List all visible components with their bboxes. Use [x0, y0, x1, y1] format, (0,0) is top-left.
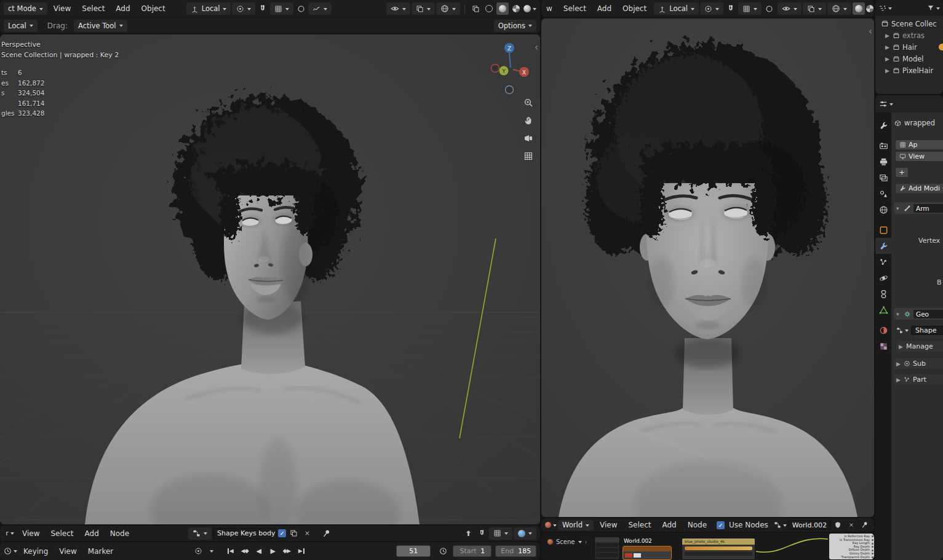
shading-solid-button[interactable]	[853, 2, 865, 15]
menu-add[interactable]: Add	[592, 4, 616, 13]
pan-hand-icon[interactable]	[520, 112, 536, 128]
tab-physics[interactable]	[875, 270, 891, 286]
outliner-item-extras[interactable]: ▶extras	[875, 30, 943, 41]
next-keyframe-button[interactable]: ▶	[281, 546, 293, 557]
shading-solid-button[interactable]	[496, 2, 509, 15]
auto-keyframe-toggle[interactable]	[192, 545, 204, 558]
outliner-filter-dropdown[interactable]	[927, 2, 940, 14]
jump-to-start-button[interactable]: ◀	[224, 546, 237, 557]
menu-select[interactable]: Select	[77, 4, 109, 13]
browse-world-dropdown[interactable]	[774, 519, 787, 531]
proportional-editing-toggle[interactable]	[295, 2, 307, 15]
tab-modifiers[interactable]	[875, 238, 891, 254]
frame-start-field[interactable]: Start1	[453, 545, 491, 557]
jump-to-end-button[interactable]: ▶	[295, 546, 308, 557]
xray-toggle[interactable]	[469, 2, 482, 15]
viewport-gizmos-dropdown[interactable]	[827, 2, 851, 15]
outliner-display-dropdown[interactable]	[878, 2, 892, 14]
node-snapping-dropdown[interactable]	[489, 527, 512, 540]
tab-constraints[interactable]	[875, 286, 891, 302]
left-3d-viewport[interactable]: Perspective Scene Collection | wrapped :…	[0, 34, 540, 524]
properties-editor-type-dropdown[interactable]	[879, 98, 893, 110]
tab-output[interactable]	[875, 154, 891, 170]
apply-button[interactable]: Ap	[895, 140, 943, 150]
editor-type-dropdown[interactable]: r	[4, 527, 16, 540]
fake-user-shield-button[interactable]	[832, 519, 844, 531]
menu-marker[interactable]: Marker	[83, 547, 118, 556]
tab-tool[interactable]	[875, 117, 891, 133]
view-button[interactable]: View	[895, 151, 943, 162]
current-frame-field[interactable]: 51	[396, 545, 431, 557]
pivot-point-dropdown[interactable]	[700, 2, 723, 15]
fake-user-toggle[interactable]: ✓	[278, 529, 286, 537]
falloff-dropdown[interactable]	[308, 2, 332, 15]
manage-subpanel[interactable]: ▶Manage	[896, 341, 943, 352]
color-swatch[interactable]	[625, 553, 632, 558]
show-gizmo-dropdown[interactable]	[778, 2, 802, 15]
node-editor-canvas[interactable]: Scene › World.002 blue_photo_studio_4k I…	[541, 533, 874, 560]
node-group-dropdown[interactable]	[896, 325, 909, 335]
particle-system-panel[interactable]: ▶Part	[894, 374, 943, 385]
shading-material-button[interactable]	[510, 2, 522, 15]
datablock-name-field[interactable]: Shape Keys body	[213, 528, 277, 539]
object-mode-dropdown[interactable]: ct Mode	[4, 2, 47, 15]
subdivision-modifier-panel[interactable]: ▶Sub	[894, 358, 943, 369]
collapse-arrow[interactable]: ‹	[869, 27, 872, 36]
menu-view[interactable]: View	[54, 547, 81, 556]
menu-view-cut[interactable]: w	[545, 4, 557, 13]
light-path-node[interactable]: Is Reflection Ray Is Transmission Ray Ra…	[829, 534, 874, 559]
pin-toggle[interactable]	[320, 527, 333, 540]
menu-object[interactable]: Object	[137, 4, 170, 13]
pin-toggle[interactable]	[859, 519, 871, 531]
menu-select[interactable]: Select	[559, 4, 591, 13]
ortho-grid-icon[interactable]	[520, 148, 536, 164]
menu-node[interactable]: Node	[105, 529, 134, 538]
play-button[interactable]: ▶	[266, 546, 279, 557]
tool-orientation-dropdown[interactable]: Local	[4, 20, 38, 32]
camera-view-icon[interactable]	[520, 130, 536, 146]
shader-mode-dropdown[interactable]: World	[558, 520, 594, 530]
use-nodes-checkbox[interactable]: ✓	[717, 521, 725, 529]
snapping-dropdown[interactable]	[738, 2, 762, 15]
show-gizmo-dropdown[interactable]	[386, 2, 410, 15]
tab-render[interactable]	[875, 138, 891, 154]
menu-select[interactable]: Select	[46, 529, 78, 538]
tab-view-layer[interactable]	[875, 170, 891, 186]
outliner-scene-collection[interactable]: Scene Collec	[875, 18, 943, 30]
menu-select[interactable]: Select	[623, 521, 656, 529]
menu-view[interactable]: View	[49, 4, 76, 13]
mini-node[interactable]	[594, 537, 620, 560]
zoom-icon[interactable]	[520, 95, 536, 111]
shading-rendered-button[interactable]	[523, 2, 536, 15]
frame-end-field[interactable]: End185	[495, 545, 536, 557]
object-breadcrumb[interactable]: wrapped	[894, 119, 935, 127]
timeline-editor-type-dropdown[interactable]	[4, 545, 17, 558]
menu-add[interactable]: Add	[657, 521, 681, 529]
keying-set-dropdown[interactable]	[205, 545, 218, 558]
environment-texture-node[interactable]: blue_photo_studio_4k	[682, 538, 755, 560]
breadcrumb-scene[interactable]: Scene	[556, 538, 575, 545]
snap-toggle[interactable]	[257, 2, 269, 15]
menu-node[interactable]: Node	[683, 521, 712, 529]
collapse-arrow[interactable]: ‹	[535, 43, 538, 52]
parent-tree-button[interactable]	[462, 527, 474, 540]
transform-orientation-dropdown[interactable]: Local	[654, 2, 699, 15]
browse-datablock-dropdown[interactable]	[188, 527, 212, 540]
play-reverse-button[interactable]: ◀	[252, 546, 265, 557]
snap-node-toggle[interactable]	[475, 527, 488, 540]
tab-material[interactable]	[875, 322, 891, 338]
shading-rendered-button[interactable]	[866, 2, 874, 15]
tab-world[interactable]	[875, 202, 891, 218]
world-name-field[interactable]: World.002	[788, 520, 830, 530]
outliner-item-model[interactable]: ▶Model	[875, 53, 943, 65]
tab-object[interactable]	[875, 222, 891, 238]
tab-texture[interactable]	[875, 338, 891, 354]
world-output-node[interactable]	[623, 546, 672, 560]
overlays-dropdown[interactable]	[412, 2, 435, 15]
right-3d-viewport[interactable]: ‹	[541, 18, 874, 517]
menu-keying[interactable]: Keying	[18, 547, 53, 556]
viewport-gizmos-dropdown[interactable]	[436, 2, 460, 15]
previous-keyframe-button[interactable]: ◀	[238, 546, 251, 557]
add-modifier-button[interactable]: Add Modi	[895, 183, 943, 194]
menu-object[interactable]: Object	[618, 4, 651, 13]
